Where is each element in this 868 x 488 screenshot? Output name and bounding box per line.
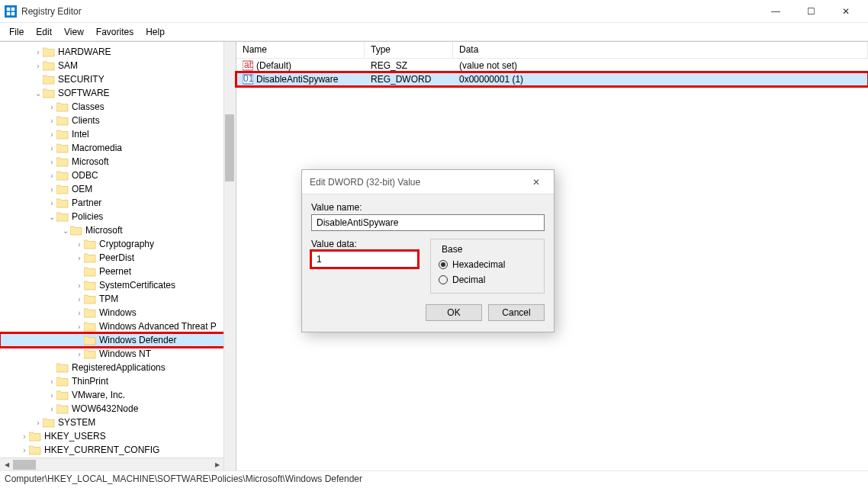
expand-icon[interactable]: › — [75, 295, 84, 303]
svg-text:ab: ab — [244, 60, 253, 70]
folder-icon — [84, 252, 96, 263]
tree-node[interactable]: ›Windows NT — [0, 347, 236, 361]
tree-node[interactable]: ›ODBC — [0, 169, 236, 182]
tree-node[interactable]: ›Windows — [0, 306, 236, 319]
tree-node[interactable]: ›HKEY_CURRENT_CONFIG — [0, 443, 236, 457]
dialog-titlebar[interactable]: Edit DWORD (32-bit) Value ✕ — [302, 170, 554, 194]
expand-icon[interactable]: ⌄ — [47, 213, 56, 221]
tree-node[interactable]: ›Classes — [0, 100, 236, 114]
menu-file[interactable]: File — [3, 25, 30, 39]
tree-node[interactable]: ›SAM — [0, 59, 236, 72]
expand-icon[interactable]: › — [75, 309, 84, 317]
expand-icon[interactable]: › — [75, 240, 84, 249]
minimize-button[interactable]: — — [758, 0, 793, 23]
tree-node[interactable]: Peernet — [0, 265, 236, 278]
tree-node[interactable]: ›Windows Advanced Threat P — [0, 319, 236, 333]
radio-dec[interactable]: Decimal — [439, 274, 536, 285]
tree-hscroll[interactable]: ◀ ▶ — [0, 458, 223, 470]
folder-icon — [43, 417, 55, 428]
expand-icon[interactable]: › — [47, 199, 56, 207]
col-data[interactable]: Data — [453, 42, 868, 58]
expand-icon[interactable]: › — [34, 62, 43, 70]
dialog-close-icon[interactable]: ✕ — [526, 177, 546, 188]
tree-node[interactable]: ›ThinPrint — [0, 374, 236, 388]
value-data-input[interactable] — [311, 251, 418, 268]
expand-icon[interactable]: › — [75, 350, 84, 358]
window-title: Registry Editor — [21, 6, 758, 17]
tree-node-label: ThinPrint — [72, 376, 108, 387]
value-row[interactable]: ab(Default)REG_SZ(value not set) — [236, 59, 868, 72]
tree-node[interactable]: ⌄SOFTWARE — [0, 86, 236, 100]
expand-icon[interactable]: › — [20, 432, 29, 441]
svg-rect-2 — [7, 11, 11, 15]
tree-node-label: SECURITY — [58, 74, 104, 85]
expand-icon[interactable]: › — [75, 254, 84, 262]
tree-node[interactable]: ›Partner — [0, 196, 236, 210]
tree-node[interactable]: ›TPM — [0, 292, 236, 306]
hscroll-left-icon[interactable]: ◀ — [0, 458, 13, 470]
menu-view[interactable]: View — [58, 25, 90, 39]
expand-icon[interactable]: › — [34, 48, 43, 56]
expand-icon[interactable]: › — [47, 172, 56, 180]
tree-node-label: Windows NT — [99, 348, 151, 359]
expand-icon[interactable]: › — [75, 281, 84, 290]
tree-node[interactable]: ›Macromedia — [0, 141, 236, 155]
values-list[interactable]: ab(Default)REG_SZ(value not set)011Disab… — [236, 59, 868, 86]
address-path: Computer\HKEY_LOCAL_MACHINE\SOFTWARE\Pol… — [5, 474, 362, 484]
tree-node[interactable]: ›Cryptography — [0, 237, 236, 251]
expand-icon[interactable]: › — [20, 446, 29, 454]
tree-scrollbar[interactable] — [223, 42, 236, 470]
tree-node[interactable]: ⌄Policies — [0, 210, 236, 223]
expand-icon[interactable]: › — [47, 185, 56, 194]
value-type: REG_DWORD — [365, 74, 453, 85]
menu-edit[interactable]: Edit — [30, 25, 58, 39]
expand-icon[interactable]: › — [47, 130, 56, 139]
expand-icon[interactable]: › — [47, 117, 56, 125]
scrollbar-thumb[interactable] — [225, 114, 234, 181]
tree-node[interactable]: ›SYSTEM — [0, 416, 236, 429]
tree-node[interactable]: ›SystemCertificates — [0, 278, 236, 292]
tree-node[interactable]: ›HKEY_USERS — [0, 429, 236, 443]
tree-node[interactable]: ›Microsoft — [0, 155, 236, 169]
expand-icon[interactable]: › — [47, 158, 56, 166]
folder-icon — [84, 294, 96, 304]
tree-node[interactable]: ›WOW6432Node — [0, 402, 236, 416]
col-name[interactable]: Name — [236, 42, 365, 58]
expand-icon[interactable]: › — [34, 419, 43, 427]
tree-node[interactable]: ›Intel — [0, 127, 236, 141]
radio-dec-icon — [439, 275, 448, 284]
expand-icon[interactable]: › — [47, 377, 56, 386]
hscroll-right-icon[interactable]: ▶ — [211, 458, 223, 470]
radio-hex[interactable]: Hexadecimal — [439, 259, 536, 270]
maximize-button[interactable]: ☐ — [793, 0, 828, 23]
menu-favorites[interactable]: Favorites — [90, 25, 140, 39]
cancel-button[interactable]: Cancel — [488, 304, 545, 321]
folder-icon — [56, 170, 69, 181]
hscroll-thumb[interactable] — [13, 460, 36, 470]
tree-node[interactable]: Windows Defender — [0, 333, 236, 347]
expand-icon[interactable]: ⌄ — [34, 89, 43, 98]
tree-node[interactable]: ›PeerDist — [0, 251, 236, 265]
tree-node-label: Windows — [99, 307, 137, 318]
tree-node[interactable]: ›OEM — [0, 182, 236, 196]
tree-node[interactable]: ›HARDWARE — [0, 45, 236, 59]
tree-node[interactable]: RegisteredApplications — [0, 361, 236, 374]
col-type[interactable]: Type — [365, 42, 453, 58]
expand-icon[interactable]: › — [47, 144, 56, 152]
menu-help[interactable]: Help — [140, 25, 171, 39]
value-data: 0x00000001 (1) — [453, 74, 868, 85]
tree-node[interactable]: ›Clients — [0, 114, 236, 127]
expand-icon[interactable]: › — [47, 391, 56, 400]
registry-tree[interactable]: ›HARDWARE›SAMSECURITY⌄SOFTWARE›Classes›C… — [0, 42, 236, 460]
tree-node[interactable]: ⌄Microsoft — [0, 223, 236, 237]
tree-node[interactable]: ›VMware, Inc. — [0, 388, 236, 402]
expand-icon[interactable]: › — [47, 405, 56, 413]
tree-node[interactable]: SECURITY — [0, 72, 236, 86]
expand-icon[interactable]: › — [47, 103, 56, 111]
ok-button[interactable]: OK — [426, 304, 482, 321]
expand-icon[interactable]: › — [75, 323, 84, 331]
value-row[interactable]: 011DisableAntiSpywareREG_DWORD0x00000001… — [236, 72, 868, 86]
expand-icon[interactable]: ⌄ — [61, 226, 70, 235]
tree-node-label: HKEY_CURRENT_CONFIG — [44, 445, 159, 455]
close-button[interactable]: ✕ — [828, 0, 863, 23]
